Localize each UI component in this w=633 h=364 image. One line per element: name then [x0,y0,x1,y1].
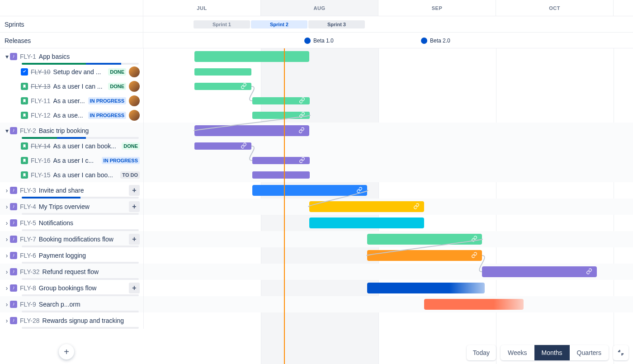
zoom-quarters[interactable]: Quarters [570,345,609,360]
issue-key[interactable]: FLY-9 [20,301,36,308]
sprint-pill[interactable]: Sprint 3 [308,20,365,28]
issue-key[interactable]: FLY-14 [31,142,51,150]
issue-list-panel[interactable]: ▾FLY-1App basicsFLY-10Setup dev and ...D… [0,48,144,364]
link-icon [299,97,305,105]
gantt-bar[interactable] [482,266,597,277]
issue-key[interactable]: FLY-8 [20,284,36,292]
epic-row[interactable]: ›FLY-4My Trips overview+ [0,199,144,215]
issue-summary: As a user I c... [53,157,99,164]
epic-row[interactable]: ›FLY-5Notifications [0,215,144,231]
add-child-button[interactable]: + [129,234,140,245]
gantt-bar[interactable] [194,68,251,76]
assignee-avatar[interactable] [129,95,140,106]
epic-row[interactable]: ▾FLY-1App basics [0,48,144,65]
issue-row[interactable]: FLY-12As a use...IN PROGRESS [0,108,144,123]
issue-key[interactable]: FLY-15 [31,171,51,179]
issue-key[interactable]: FLY-10 [31,68,51,76]
expand-chevron-icon[interactable]: › [4,236,10,243]
assignee-avatar[interactable] [129,66,140,77]
gantt-bar[interactable] [194,51,309,62]
gantt-bar[interactable] [252,185,367,196]
issue-summary: As a user I can boo... [53,171,118,179]
issue-row[interactable]: FLY-11As a user...IN PROGRESS [0,94,144,108]
issue-key[interactable]: FLY-5 [20,219,36,227]
gantt-bar[interactable] [367,283,485,293]
gantt-bar[interactable] [252,171,310,179]
expand-chevron-icon[interactable]: ▾ [4,53,10,60]
add-child-button[interactable]: + [129,283,140,293]
issue-key[interactable]: FLY-16 [31,157,51,164]
add-child-button[interactable]: + [129,185,140,196]
today-marker-line [284,48,285,364]
month-column-jul: JUL [143,0,261,16]
zoom-months[interactable]: Months [534,345,570,360]
epic-row[interactable]: ›FLY-28Rewards signup and tracking [0,312,144,329]
sprint-pill[interactable]: Sprint 2 [251,20,307,28]
gantt-bar[interactable] [309,201,424,212]
release-label: Beta 2.0 [430,38,450,44]
gantt-bar[interactable] [194,125,309,136]
issue-key[interactable]: FLY-3 [20,187,36,194]
release-marker[interactable]: Beta 2.0 [421,33,450,48]
issue-summary: As a user... [53,97,85,104]
gantt-bar[interactable] [309,217,424,228]
epic-row[interactable]: ▾FLY-2Basic trip booking [0,123,144,139]
issue-row[interactable]: FLY-16As a user I c...IN PROGRESS [0,153,144,168]
epic-row[interactable]: ›FLY-32Refund request flow [0,264,144,280]
expand-chevron-icon[interactable]: › [4,219,10,227]
release-label: Beta 1.0 [313,38,334,44]
gantt-bar[interactable] [252,157,310,164]
issue-key[interactable]: FLY-7 [20,236,36,243]
issue-key[interactable]: FLY-13 [31,83,51,90]
gantt-bar[interactable] [194,83,251,90]
issue-key[interactable]: FLY-2 [20,127,36,134]
expand-chevron-icon[interactable]: ▾ [4,127,10,134]
epic-icon [10,268,17,275]
add-child-button[interactable]: + [129,201,140,212]
sprint-pill[interactable]: Sprint 1 [194,20,250,28]
issue-row[interactable]: FLY-13As a user I can ...DONE [0,79,144,94]
expand-chevron-icon[interactable]: › [4,284,10,292]
expand-chevron-icon[interactable]: › [4,187,10,194]
gantt-bar[interactable] [367,250,482,261]
epic-row[interactable]: ›FLY-8Group bookings flow+ [0,280,144,296]
timeline-panel[interactable] [144,48,633,364]
timeline-row [144,215,633,231]
issue-row[interactable]: FLY-15As a user I can boo...TO DO [0,168,144,182]
expand-chevron-icon[interactable]: › [4,317,10,324]
gantt-bar[interactable] [367,234,482,245]
issue-key[interactable]: FLY-32 [20,268,40,275]
timeline-row [144,65,633,79]
sprints-lane: Sprint 1Sprint 2Sprint 3 [143,16,633,32]
issue-key[interactable]: FLY-28 [20,317,40,324]
expand-chevron-icon[interactable]: › [4,252,10,259]
story-icon [21,142,28,150]
collapse-icon[interactable] [613,345,628,360]
gantt-bar[interactable] [252,97,310,104]
epic-row[interactable]: ›FLY-6Payment logging [0,247,144,264]
today-button[interactable]: Today [467,345,496,360]
issue-row[interactable]: FLY-14As a user I can book...DONE [0,139,144,153]
epic-row[interactable]: ›FLY-7Booking modifications flow+ [0,231,144,247]
gantt-bar[interactable] [194,142,251,150]
issue-key[interactable]: FLY-12 [31,112,51,119]
release-marker[interactable]: Beta 1.0 [304,33,334,48]
gantt-bar[interactable] [252,112,310,119]
issue-key[interactable]: FLY-1 [20,53,36,60]
issue-key[interactable]: FLY-11 [31,97,51,104]
issue-key[interactable]: FLY-6 [20,252,36,259]
expand-chevron-icon[interactable]: › [4,301,10,308]
assignee-avatar[interactable] [129,81,140,92]
issue-summary: Basic trip booking [39,127,140,134]
expand-chevron-icon[interactable]: › [4,203,10,210]
issue-key[interactable]: FLY-4 [20,203,36,210]
epic-row[interactable]: ›FLY-9Search p...orm [0,296,144,312]
assignee-avatar[interactable] [129,110,140,121]
zoom-weeks[interactable]: Weeks [501,345,534,360]
create-issue-fab[interactable]: + [59,344,74,359]
link-icon [241,142,247,150]
expand-chevron-icon[interactable]: › [4,268,10,275]
epic-row[interactable]: ›FLY-3Invite and share+ [0,182,144,199]
gantt-bar[interactable] [424,299,524,310]
issue-row[interactable]: FLY-10Setup dev and ...DONE [0,65,144,79]
